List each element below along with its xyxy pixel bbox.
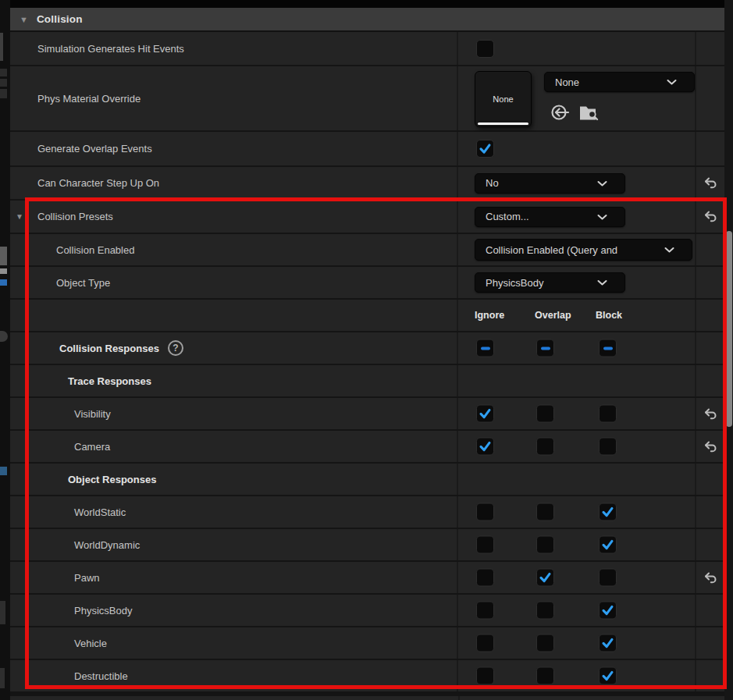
collapse-triangle-icon[interactable]: ▼ (20, 15, 28, 24)
block-checkbox-visibility[interactable] (599, 405, 617, 423)
row-pawn: Pawn (10, 562, 724, 595)
simulation-generates-hit-events-checkbox[interactable] (476, 40, 494, 58)
collision-enabled-dropdown[interactable]: Collision Enabled (Query and (475, 239, 692, 261)
object-type-dropdown[interactable]: PhysicsBody (475, 272, 625, 293)
worldstatic-label-cell: WorldStatic (10, 496, 458, 528)
column-header-ignore: Ignore (475, 310, 504, 321)
row-trace-responses: Trace Responses (10, 365, 724, 398)
camera-value-cell (458, 431, 696, 462)
vehicle-label: Vehicle (74, 638, 107, 649)
block-checkbox-physicsbody[interactable] (599, 602, 617, 620)
ignore-checkbox-worlddynamic[interactable] (476, 536, 494, 554)
collision-section: ▼ Collision Simulation Generates Hit Eve… (10, 0, 724, 700)
overlap-checkbox-worldstatic[interactable] (536, 503, 554, 521)
collision-presets-reset-button[interactable] (699, 208, 721, 226)
row-worlddynamic: WorldDynamic (10, 529, 724, 562)
trace-responses-value-cell (458, 365, 696, 396)
row-visibility: Visibility (10, 398, 724, 431)
overlap-checkbox-worlddynamic[interactable] (536, 536, 554, 554)
collision-category-header[interactable]: ▼ Collision (10, 8, 724, 32)
collision-presets-dropdown[interactable]: Custom... (475, 207, 625, 227)
ignore-checkbox-destructible[interactable] (476, 667, 494, 685)
collision-enabled-label: Collision Enabled (56, 244, 134, 256)
camera-reset-button[interactable] (699, 437, 721, 456)
chevron-down-icon (597, 177, 607, 189)
vehicle-value-cell (458, 627, 696, 659)
pawn-label-cell: Pawn (10, 562, 458, 593)
ignore-checkbox-collision-responses[interactable] (476, 339, 494, 357)
collision-responses-label: Collision Responses (59, 343, 159, 354)
worldstatic-value-cell (458, 496, 696, 528)
trace-responses-label-cell: Trace Responses (10, 365, 458, 396)
collision-responses-reset-cell (696, 332, 724, 364)
block-checkbox-destructible[interactable] (599, 667, 617, 685)
left-edge-fragment (0, 331, 8, 342)
visibility-reset-button[interactable] (699, 404, 721, 423)
row-vehicle: Vehicle (10, 627, 724, 660)
row-worldstatic: WorldStatic (10, 496, 724, 529)
block-checkbox-vehicle[interactable] (599, 634, 617, 652)
can-character-step-up-on-reset-button[interactable] (699, 174, 721, 193)
block-checkbox-collision-responses[interactable] (599, 339, 617, 357)
ignore-checkbox-worldstatic[interactable] (476, 503, 494, 521)
vehicle-label-cell: Vehicle (10, 627, 458, 659)
overlap-checkbox-camera[interactable] (536, 438, 554, 456)
block-checkbox-camera[interactable] (599, 438, 617, 456)
collision-enabled-dropdown-value: Collision Enabled (Query and (486, 244, 617, 256)
overlap-checkbox-pawn[interactable] (536, 569, 554, 587)
overlap-checkbox-destructible[interactable] (536, 667, 554, 685)
simulation-generates-hit-events-reset-cell (696, 32, 724, 65)
generate-overlap-events-value-cell (458, 132, 696, 165)
phys-material-dropdown-value: None (555, 76, 579, 88)
object-type-label: Object Type (56, 277, 110, 289)
ignore-checkbox-visibility[interactable] (476, 405, 494, 423)
object-responses-label: Object Responses (68, 474, 156, 485)
category-title: Collision (37, 13, 83, 25)
overlap-checkbox-visibility[interactable] (536, 405, 554, 423)
help-question-icon[interactable]: ? (168, 340, 183, 356)
collision-enabled-label-cell: Collision Enabled (10, 234, 458, 265)
can-character-step-up-on-dropdown[interactable]: No (475, 173, 625, 194)
scrollbar-track[interactable] (724, 0, 733, 700)
worlddynamic-label-cell: WorldDynamic (10, 529, 458, 560)
object-type-label-cell: Object Type (10, 267, 458, 298)
collision-presets-expander-icon[interactable]: ▼ (16, 212, 23, 221)
pawn-reset-button[interactable] (699, 568, 721, 587)
left-edge-fragment (0, 79, 7, 87)
physicsbody-label: PhysicsBody (74, 605, 132, 616)
browse-to-asset-icon[interactable] (578, 103, 600, 125)
left-edge-fragment (0, 601, 5, 624)
left-edge-fragment (0, 69, 7, 76)
ignore-checkbox-camera[interactable] (476, 438, 494, 456)
overlap-checkbox-vehicle[interactable] (536, 634, 554, 652)
phys-material-dropdown[interactable]: None (544, 72, 695, 92)
block-checkbox-worlddynamic[interactable] (599, 536, 617, 554)
property-rows: Simulation Generates Hit EventsPhys Mate… (10, 32, 724, 693)
can-character-step-up-on-label-cell: Can Character Step Up On (10, 167, 458, 199)
destructible-label-cell: Destructible (10, 660, 458, 691)
pawn-reset-cell (696, 562, 724, 593)
asset-action-icons (550, 103, 600, 125)
overlap-checkbox-collision-responses[interactable] (536, 339, 554, 357)
can-character-step-up-on-value-cell: No (458, 167, 696, 199)
phys-material-override-value-cell: NoneNone (458, 66, 696, 130)
asset-thumbnail[interactable]: None (475, 71, 532, 127)
row-object-type: Object TypePhysicsBody (10, 267, 724, 300)
generate-overlap-events-checkbox[interactable] (476, 140, 494, 158)
row-can-character-step-up-on: Can Character Step Up OnNo (10, 167, 724, 201)
row-phys-material-override: Phys Material OverrideNoneNone (10, 66, 724, 132)
block-checkbox-worldstatic[interactable] (599, 503, 617, 521)
object-type-reset-cell (696, 267, 724, 298)
scrollbar-thumb[interactable] (726, 231, 732, 427)
ignore-checkbox-physicsbody[interactable] (476, 602, 494, 620)
simulation-generates-hit-events-label-cell: Simulation Generates Hit Events (10, 32, 458, 65)
use-selected-asset-icon[interactable] (550, 103, 571, 125)
block-checkbox-pawn[interactable] (599, 569, 617, 587)
camera-reset-cell (696, 431, 724, 462)
row-simulation-generates-hit-events: Simulation Generates Hit Events (10, 32, 724, 66)
ignore-checkbox-pawn[interactable] (476, 569, 494, 587)
overlap-checkbox-physicsbody[interactable] (536, 602, 554, 620)
physicsbody-label-cell: PhysicsBody (10, 595, 458, 626)
ignore-checkbox-vehicle[interactable] (476, 634, 494, 652)
phys-material-override-label: Phys Material Override (37, 93, 141, 105)
